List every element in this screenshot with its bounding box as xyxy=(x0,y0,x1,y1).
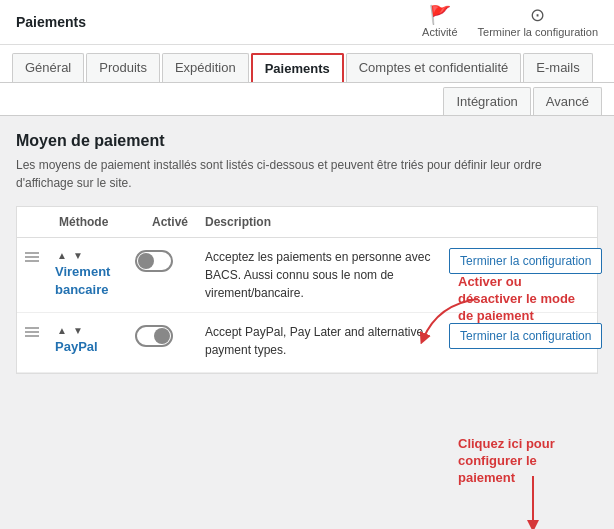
tab-paiements[interactable]: Paiements xyxy=(251,53,344,82)
section-title: Moyen de paiement xyxy=(16,132,598,150)
payment-table: Méthode Activé Description ▲ ▼ xyxy=(16,206,598,374)
down-btn-virement[interactable]: ▼ xyxy=(71,250,85,261)
config-btn-paypal[interactable]: Terminer la configuration xyxy=(449,323,602,349)
config-btn-virement[interactable]: Terminer la configuration xyxy=(449,248,602,274)
activity-icon: 🚩 xyxy=(429,6,451,24)
toggle-knob-virement xyxy=(138,253,154,269)
desc-virement: Acceptez les paiements en personne avec … xyxy=(205,248,449,302)
drag-handle-paypal[interactable] xyxy=(25,323,55,337)
tab-avance[interactable]: Avancé xyxy=(533,87,602,115)
row-controls-virement: ▲ ▼ Virementbancaire xyxy=(55,248,135,299)
finish-config-icon: ⊙ xyxy=(530,6,545,24)
method-name-paypal: PayPal xyxy=(55,338,98,356)
content-area: Moyen de paiement Les moyens de paiement… xyxy=(0,116,614,390)
col-active-header: Activé xyxy=(135,215,205,229)
toggle-cell-virement xyxy=(135,248,205,272)
annotation-configure: Cliquez ici pour configurer le paiement xyxy=(458,436,588,487)
tab-general[interactable]: Général xyxy=(12,53,84,82)
section-desc: Les moyens de paiement installés sont li… xyxy=(16,156,598,192)
up-btn-paypal[interactable]: ▲ xyxy=(55,325,69,336)
tab-comptes[interactable]: Comptes et confidentialité xyxy=(346,53,522,82)
toggle-paypal[interactable] xyxy=(135,325,173,347)
up-down-paypal: ▲ ▼ xyxy=(55,325,85,336)
up-btn-virement[interactable]: ▲ xyxy=(55,250,69,261)
table-row: ▲ ▼ PayPal Accept PayPal, Pay Later and … xyxy=(17,313,597,373)
tab-produits[interactable]: Produits xyxy=(86,53,160,82)
method-name-virement: Virementbancaire xyxy=(55,263,110,299)
tab-integration[interactable]: Intégration xyxy=(443,87,530,115)
col-method-header: Méthode xyxy=(55,215,135,229)
tab-expedition[interactable]: Expédition xyxy=(162,53,249,82)
nav-tabs-row2: Intégration Avancé xyxy=(0,83,614,116)
top-bar: Paiements 🚩 Activité ⊙ Terminer la confi… xyxy=(0,0,614,45)
page-title: Paiements xyxy=(16,14,86,30)
desc-paypal: Accept PayPal, Pay Later and alternative… xyxy=(205,323,449,359)
tab-emails[interactable]: E-mails xyxy=(523,53,592,82)
finish-config-action[interactable]: ⊙ Terminer la configuration xyxy=(478,6,598,38)
action-paypal: Terminer la configuration xyxy=(449,323,589,349)
nav-tabs-row1: Général Produits Expédition Paiements Co… xyxy=(0,45,614,83)
action-virement: Terminer la configuration xyxy=(449,248,589,274)
annotation2-arrow xyxy=(508,476,558,529)
col-desc-header: Description xyxy=(205,215,449,229)
toggle-cell-paypal xyxy=(135,323,205,347)
payment-table-wrapper: Méthode Activé Description ▲ ▼ xyxy=(16,206,598,374)
activity-action[interactable]: 🚩 Activité xyxy=(422,6,457,38)
drag-handle-virement[interactable] xyxy=(25,248,55,262)
toggle-knob-paypal xyxy=(154,328,170,344)
row-controls-paypal: ▲ ▼ PayPal xyxy=(55,323,135,356)
table-header: Méthode Activé Description xyxy=(17,207,597,238)
activity-label: Activité xyxy=(422,26,457,38)
table-row: ▲ ▼ Virementbancaire Acceptez les paieme… xyxy=(17,238,597,313)
finish-config-label: Terminer la configuration xyxy=(478,26,598,38)
up-down-virement: ▲ ▼ xyxy=(55,250,85,261)
toggle-virement[interactable] xyxy=(135,250,173,272)
top-bar-actions: 🚩 Activité ⊙ Terminer la configuration xyxy=(422,6,598,38)
down-btn-paypal[interactable]: ▼ xyxy=(71,325,85,336)
